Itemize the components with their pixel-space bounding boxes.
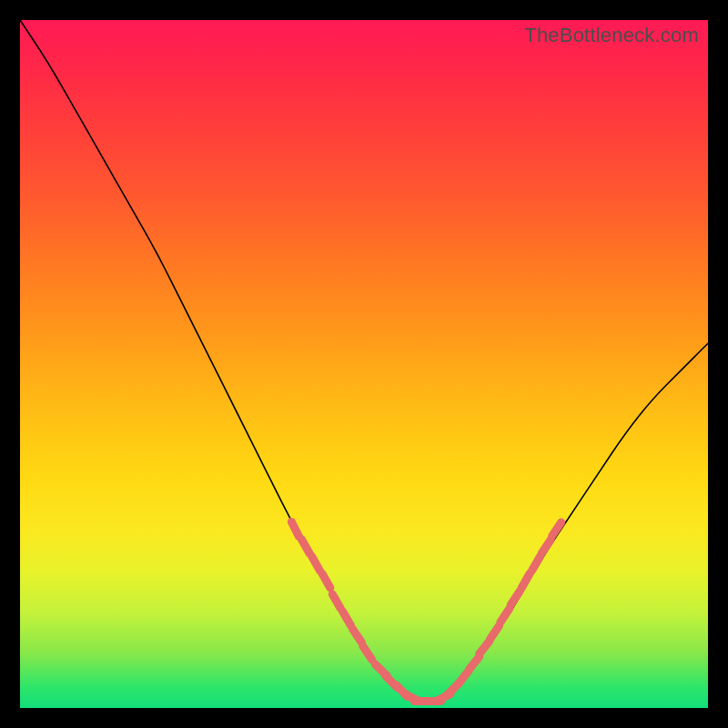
highlight-dash — [552, 522, 561, 536]
highlight-dash — [480, 641, 490, 653]
bottleneck-curve — [20, 20, 708, 701]
highlight-dash — [500, 609, 510, 622]
highlight-dash — [352, 629, 361, 642]
highlight-dash — [343, 612, 351, 626]
highlight-dashes — [291, 521, 561, 701]
highlight-dash — [291, 521, 298, 536]
highlight-dash — [332, 594, 340, 609]
highlight-dash — [521, 573, 530, 588]
highlight-dash — [541, 540, 551, 553]
chart-svg — [20, 20, 708, 708]
highlight-dash — [301, 540, 309, 554]
highlight-dash — [490, 625, 500, 639]
chart-plot-area: TheBottleneck.com — [20, 20, 708, 708]
highlight-dash — [532, 556, 541, 571]
highlight-dash — [322, 573, 330, 588]
highlight-dash — [511, 592, 520, 605]
chart-frame: TheBottleneck.com — [0, 0, 728, 728]
highlight-dash — [469, 657, 479, 670]
highlight-dash — [363, 646, 372, 660]
highlight-dash — [312, 556, 320, 571]
